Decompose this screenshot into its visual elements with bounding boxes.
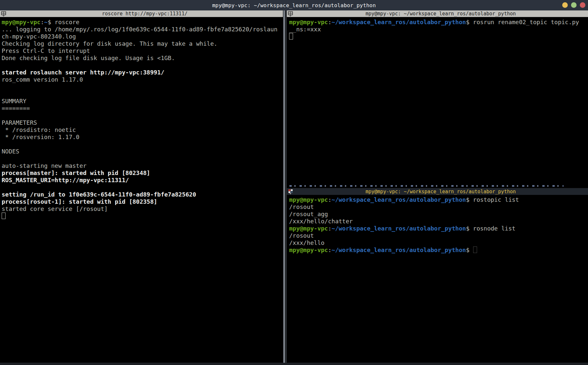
terminal-line: process[master]: started with pid [80234… — [2, 169, 283, 177]
terminal-line: mpy@mpy-vpc:~/workspace_learn_ros/autola… — [289, 196, 588, 203]
terminal-text-segment: ~/workspace_learn_ros/autolabor_python — [332, 246, 466, 253]
terminal-text-segment: started roslaunch server http://mpy-vpc:… — [2, 69, 164, 76]
close-button[interactable] — [580, 2, 585, 8]
terminal-line: process[rosout-1]: started with pid [802… — [2, 198, 283, 205]
terminator-window: mpy@mpy-vpc: ~/workspace_learn_ros/autol… — [0, 0, 588, 365]
terminal-text-segment: mpy@mpy-vpc — [289, 225, 328, 232]
terminal-cursor — [289, 33, 293, 40]
terminal-text-segment: * /rosversion: 1.17.0 — [2, 134, 79, 140]
terminal-line: auto-starting new master — [2, 162, 283, 169]
terminal-text-segment: ch-mpy-vpc-802340.log — [2, 33, 76, 40]
terminal-text-segment: $ rosrun rename02_topic topic.py — [466, 19, 579, 25]
terminal-rosrun[interactable]: mpy@mpy-vpc:~/workspace_learn_ros/autola… — [287, 17, 588, 186]
terminal-text-segment: : — [328, 225, 332, 232]
terminal-text-segment: Checking log directory for disk usage. T… — [2, 40, 217, 47]
terminal-text-segment: $ — [466, 246, 473, 253]
terminal-text-segment: ~/workspace_learn_ros/autolabor_python — [332, 196, 466, 203]
terminal-text-segment: : — [40, 19, 44, 25]
terminal-text-segment: __ns:=xxx — [289, 26, 321, 33]
terminal-line: mpy@mpy-vpc:~/workspace_learn_ros/autola… — [289, 19, 588, 26]
terminal-text-segment: /xxx/hello/chatter — [289, 218, 353, 225]
pane-title: mpy@mpy-vpc: ~/workspace_learn_ros/autol… — [293, 11, 588, 17]
terminal-text-segment: : — [328, 196, 332, 203]
terminal-line: * /rosdistro: noetic — [2, 126, 283, 134]
terminal-text-segment: $ rostopic list — [466, 196, 519, 203]
terminal-line: ======== — [2, 105, 283, 112]
window-controls — [562, 2, 585, 8]
minimize-button[interactable] — [562, 2, 568, 8]
maximize-button[interactable] — [571, 2, 577, 8]
vertical-splitter[interactable] — [283, 10, 287, 363]
window-title: mpy@mpy-vpc: ~/workspace_learn_ros/autol… — [212, 2, 376, 8]
window-titlebar[interactable]: mpy@mpy-vpc: ~/workspace_learn_ros/autol… — [0, 0, 588, 10]
terminal-cursor — [2, 213, 6, 219]
terminal-text-segment: Press Ctrl-C to interrupt — [2, 47, 90, 54]
terminal-line — [2, 141, 283, 148]
terminator-grid-icon-focused[interactable] — [288, 189, 293, 194]
terminal-text-segment: SUMMARY — [2, 98, 26, 104]
terminal-line: Checking log directory for disk usage. T… — [2, 40, 283, 47]
terminal-text-segment: process[master]: started with pid [80234… — [2, 169, 150, 176]
terminal-text-segment: mpy@mpy-vpc — [289, 196, 328, 203]
terminal-line: setting /run_id to 1f0e639c-6544-11f0-ad… — [2, 191, 283, 198]
terminal-line — [2, 112, 283, 119]
pane-titlebar-top-right[interactable]: mpy@mpy-vpc: ~/workspace_learn_ros/autol… — [287, 10, 588, 17]
terminal-line — [2, 184, 283, 191]
terminal-text-segment: ros_comm version 1.17.0 — [2, 76, 83, 83]
terminal-line: * /rosversion: 1.17.0 — [2, 134, 283, 141]
terminal-line — [289, 33, 588, 40]
terminal-line: ROS_MASTER_URI=http://mpy-vpc:11311/ — [2, 177, 283, 184]
terminal-text-segment: ROS_MASTER_URI=http://mpy-vpc:11311/ — [2, 177, 129, 183]
terminal-line: ros_comm version 1.17.0 — [2, 76, 283, 83]
terminal-line: NODES — [2, 148, 283, 155]
terminal-text-segment: $ roscore — [48, 19, 80, 25]
terminal-line: started roslaunch server http://mpy-vpc:… — [2, 69, 283, 76]
terminal-line: Done checking log file disk usage. Usage… — [2, 55, 283, 62]
terminal-text-segment: : — [328, 246, 332, 253]
pane-titlebar-roscore[interactable]: roscore http://mpy-vpc:11311/ — [0, 10, 283, 17]
terminal-line: ... logging to /home/mpy/.ros/log/1f0e63… — [2, 26, 283, 33]
terminal-line — [2, 155, 283, 162]
terminal-text-segment: mpy@mpy-vpc — [289, 246, 328, 253]
terminal-text-segment: process[rosout-1]: started with pid [802… — [2, 198, 157, 205]
terminal-line: PARAMETERS — [2, 119, 283, 126]
terminal-roscore[interactable]: mpy@mpy-vpc:~$ roscore... logging to /ho… — [0, 17, 283, 362]
pane-title: mpy@mpy-vpc: ~/workspace_learn_ros/autol… — [293, 189, 588, 195]
terminal-text-segment: started core service [/rosout] — [2, 205, 108, 212]
terminal-line — [2, 90, 283, 98]
terminal-line — [2, 62, 283, 69]
terminal-line — [2, 213, 283, 220]
terminal-text-segment: /rosout — [289, 203, 314, 210]
terminal-rostopic[interactable]: mpy@mpy-vpc:~/workspace_learn_ros/autola… — [287, 195, 588, 362]
terminal-text-segment: /xxx/hello — [289, 239, 324, 246]
terminal-text-segment: Done checking log file disk usage. Usage… — [2, 55, 175, 61]
terminal-text-segment: /rosout — [289, 232, 314, 239]
terminal-line: mpy@mpy-vpc:~$ roscore — [2, 19, 283, 26]
terminator-grid-icon[interactable] — [288, 11, 293, 17]
terminator-grid-icon[interactable] — [1, 11, 7, 17]
terminal-line: __ns:=xxx — [289, 26, 588, 33]
terminal-text-segment: NODES — [2, 148, 19, 155]
terminal-line: /rosout_agg — [289, 211, 588, 218]
terminal-line: started core service [/rosout] — [2, 205, 283, 213]
terminal-line: /rosout — [289, 203, 588, 211]
terminal-text-segment: : — [328, 19, 332, 25]
terminal-text-segment: mpy@mpy-vpc — [2, 19, 40, 25]
terminal-line: /rosout — [289, 232, 588, 239]
terminal-line: mpy@mpy-vpc:~/workspace_learn_ros/autola… — [289, 246, 588, 254]
terminal-text-segment: setting /run_id to 1f0e639c-6544-11f0-ad… — [2, 191, 196, 198]
terminal-text-segment: ~ — [44, 19, 48, 25]
terminal-line: /xxx/hello — [289, 239, 588, 246]
terminal-line: /xxx/hello/chatter — [289, 218, 588, 225]
pane-titlebar-bottom-right[interactable]: mpy@mpy-vpc: ~/workspace_learn_ros/autol… — [287, 188, 588, 195]
terminal-text-segment: * /rosdistro: noetic — [2, 126, 76, 133]
terminal-cursor — [473, 246, 477, 253]
terminal-text-segment: PARAMETERS — [2, 119, 37, 126]
clipped-text-row — [289, 185, 564, 187]
terminal-text-segment: mpy@mpy-vpc — [289, 19, 328, 25]
terminal-text-segment: ~/workspace_learn_ros/autolabor_python — [332, 19, 466, 25]
terminal-text-segment: ... logging to /home/mpy/.ros/log/1f0e63… — [2, 26, 277, 33]
terminal-line: SUMMARY — [2, 98, 283, 105]
terminal-line: mpy@mpy-vpc:~/workspace_learn_ros/autola… — [289, 225, 588, 232]
terminal-line: ch-mpy-vpc-802340.log — [2, 33, 283, 40]
